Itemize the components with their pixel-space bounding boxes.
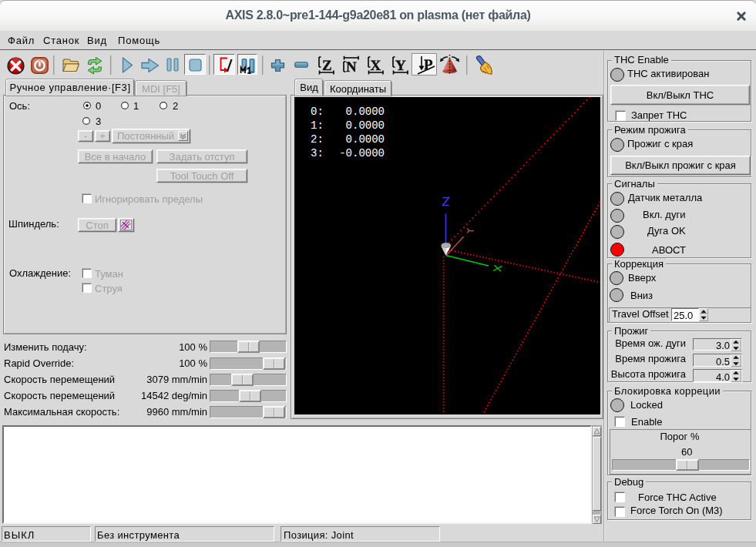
- svg-text:0.0000: 0.0000: [346, 133, 385, 146]
- svg-text:0:: 0:: [311, 106, 324, 118]
- svg-text:X: X: [370, 57, 381, 73]
- svg-text:2:: 2:: [311, 133, 324, 146]
- svg-text:N: N: [346, 59, 357, 75]
- svg-text:0.0000: 0.0000: [346, 119, 385, 132]
- svg-text:P: P: [424, 56, 433, 72]
- svg-text:Y: Y: [395, 57, 406, 73]
- svg-text:-0.0000: -0.0000: [339, 147, 385, 159]
- svg-text:Z: Z: [322, 57, 332, 73]
- svg-text:1:: 1:: [311, 119, 324, 132]
- svg-text:0.0000: 0.0000: [346, 106, 385, 118]
- svg-text:3:: 3:: [311, 147, 324, 159]
